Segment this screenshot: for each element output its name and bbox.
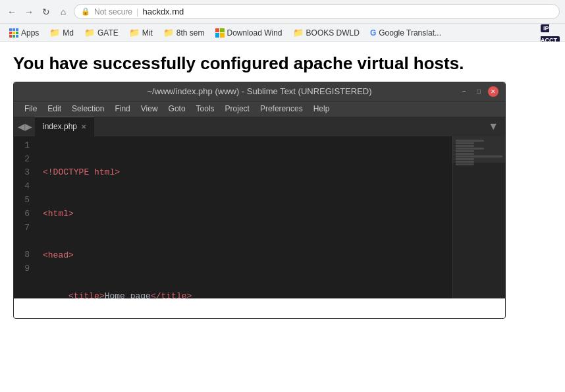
bookmark-md-label: Md	[63, 28, 74, 38]
translate-icon: G	[370, 28, 376, 38]
menu-preferences[interactable]: Preferences	[255, 103, 308, 115]
sublime-titlebar: ~/www/index.php (www) - Sublime Text (UN…	[14, 82, 505, 101]
bookmark-books-dwld-label: BOOKS DWLD	[306, 28, 360, 38]
bookmark-apps[interactable]: Apps	[5, 27, 43, 39]
menu-goto[interactable]: Goto	[163, 103, 191, 115]
menu-project[interactable]: Project	[220, 103, 255, 115]
url-text: hackdx.md	[142, 7, 184, 16]
folder-icon: 📁	[163, 28, 174, 38]
menu-view[interactable]: View	[136, 103, 163, 115]
bookmark-books-dwld[interactable]: 📁 BOOKS DWLD	[289, 26, 363, 39]
menu-file[interactable]: File	[19, 103, 42, 115]
ip-badge: IPACCT	[541, 24, 560, 43]
address-separator: |	[136, 7, 138, 16]
forward-button[interactable]: →	[22, 5, 36, 18]
bookmark-8thsem[interactable]: 📁 8th sem	[159, 26, 209, 39]
home-button[interactable]: ⌂	[57, 5, 70, 18]
address-bar[interactable]: 🔒 Not secure | hackdx.md	[74, 4, 560, 19]
maximize-button[interactable]: □	[473, 86, 484, 97]
line-numbers: 1 2 3 4 5 6 7 8 8 9	[14, 136, 38, 298]
bookmark-mit[interactable]: 📁 Mit	[125, 26, 157, 39]
tab-filename: index.php	[43, 122, 77, 131]
page-content: You have successfully configured apache …	[0, 42, 565, 329]
bookmark-google-trans-label: Google Translat...	[379, 28, 441, 38]
bookmarks-bar: Apps 📁 Md 📁 GATE 📁 Mit 📁 8th sem Downloa…	[0, 24, 565, 42]
bookmark-download-wind-label: Download Wind	[227, 28, 282, 38]
menu-find[interactable]: Find	[109, 103, 135, 115]
sublime-menubar: File Edit Selection Find View Goto Tools…	[14, 101, 505, 117]
code-editor[interactable]: 1 2 3 4 5 6 7 8 8 9 <!DOCTYPE html> <htm…	[14, 136, 505, 298]
bookmark-apps-label: Apps	[21, 28, 39, 38]
refresh-button[interactable]: ↻	[40, 5, 53, 18]
tab-arrows[interactable]: ◀▶	[15, 121, 35, 132]
folder-icon: 📁	[129, 28, 140, 38]
close-button[interactable]: ✕	[488, 86, 498, 97]
sublime-text-window: ~/www/index.php (www) - Sublime Text (UN…	[13, 82, 506, 319]
bookmark-gate[interactable]: 📁 GATE	[80, 26, 122, 39]
bookmark-download-wind[interactable]: Download Wind	[211, 27, 286, 39]
minimap	[452, 136, 505, 298]
minimize-button[interactable]: −	[459, 86, 470, 97]
apps-grid-icon	[9, 28, 18, 38]
menu-help[interactable]: Help	[308, 103, 335, 115]
menu-edit[interactable]: Edit	[42, 103, 67, 115]
window-controls: − □ ✕	[459, 86, 498, 97]
bookmark-google-trans[interactable]: G Google Translat...	[366, 27, 445, 39]
bookmark-md[interactable]: 📁 Md	[45, 26, 78, 39]
not-secure-label: Not secure	[94, 7, 132, 16]
browser-navbar: ← → ↻ ⌂ 🔒 Not secure | hackdx.md	[0, 0, 565, 24]
folder-icon: 📁	[84, 28, 95, 38]
active-tab[interactable]: index.php ✕	[35, 117, 94, 136]
folder-icon: 📁	[49, 28, 60, 38]
bookmark-8thsem-label: 8th sem	[176, 28, 205, 38]
tab-dropdown-button[interactable]: ▼	[483, 121, 504, 132]
ip-badge-container: IPACCT	[541, 24, 560, 42]
menu-selection[interactable]: Selection	[67, 103, 109, 115]
folder-icon: 📁	[293, 28, 304, 38]
lock-icon: 🔒	[81, 7, 90, 16]
sublime-tabbar: ◀▶ index.php ✕ ▼	[14, 117, 505, 136]
ms-windows-icon	[215, 28, 225, 38]
code-content: <!DOCTYPE html> <html> <head> <title>Hom…	[38, 136, 505, 298]
bookmark-mit-label: Mit	[142, 28, 153, 38]
sublime-title: ~/www/index.php (www) - Sublime Text (UN…	[60, 86, 459, 96]
back-button[interactable]: ←	[5, 5, 18, 18]
menu-tools[interactable]: Tools	[191, 103, 220, 115]
page-heading: You have successfully configured apache …	[13, 53, 552, 75]
tab-close-button[interactable]: ✕	[81, 123, 86, 130]
bookmark-gate-label: GATE	[97, 28, 119, 38]
